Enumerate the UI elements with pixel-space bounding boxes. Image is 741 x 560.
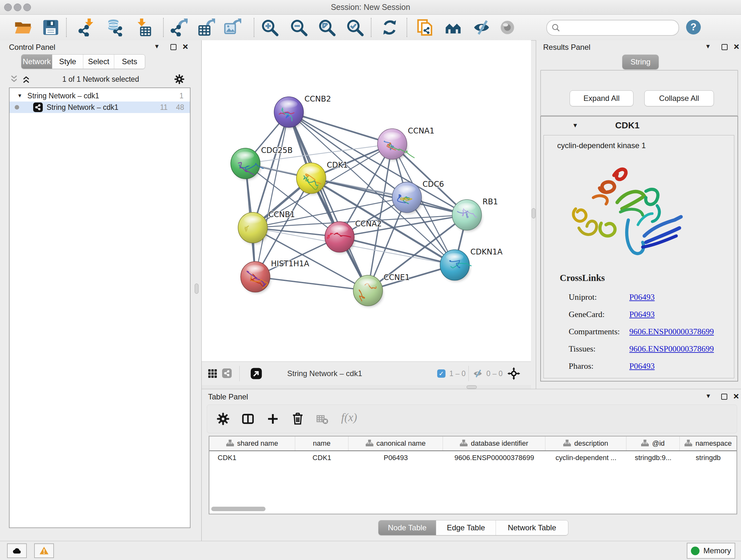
help-button[interactable]: ? — [686, 20, 701, 35]
hide-selected-button[interactable] — [473, 18, 490, 37]
panel-menu-icon[interactable]: ▾ — [706, 392, 710, 400]
horizontal-scrollbar-thumb[interactable] — [211, 507, 266, 511]
horizontal-divider[interactable] — [202, 385, 531, 389]
tab-network-table[interactable]: Network Table — [495, 520, 568, 535]
column-header-canonical-name[interactable]: canonical name — [348, 436, 443, 450]
search-input[interactable] — [563, 22, 673, 33]
network-node-RB1[interactable]: RB1 — [452, 197, 498, 231]
tab-select[interactable]: Select — [83, 55, 114, 69]
tab-string[interactable]: String — [622, 55, 659, 69]
network-node-CCNA2[interactable]: CCNA2 — [325, 219, 382, 253]
selected-checkbox-icon[interactable]: ✓ — [437, 369, 446, 378]
entry-header[interactable]: ▼ CDK1 — [541, 117, 738, 134]
network-collection-row[interactable]: ▼ String Network – cdk1 1 — [10, 90, 190, 102]
delete-column-icon[interactable] — [291, 413, 304, 425]
table-row[interactable]: CDK1 CDK1 P06493 9606.ENSP00000378699 cy… — [209, 451, 737, 464]
tab-sets[interactable]: Sets — [114, 55, 145, 69]
zoom-in-button[interactable] — [261, 18, 279, 37]
network-node-CDC25B[interactable]: CDC25B — [231, 146, 293, 180]
show-hidden-button[interactable] — [498, 18, 516, 37]
tree-icon — [684, 440, 692, 447]
panel-close-icon[interactable]: × — [183, 43, 188, 51]
table-header-row: shared name name canonical name database… — [209, 436, 737, 451]
split-columns-icon[interactable] — [242, 413, 254, 425]
gear-icon[interactable] — [217, 413, 229, 425]
crosslink-link[interactable]: 9606.ENSP00000378699 — [629, 327, 714, 336]
column-header-database-identifier[interactable]: database identifier — [443, 436, 545, 450]
network-badge-icon[interactable] — [222, 368, 232, 378]
expand-all-button[interactable]: Expand All — [569, 90, 633, 106]
network-node-CDKN1A[interactable]: CDKN1A — [440, 247, 502, 281]
cell-name[interactable]: CDK1 — [295, 454, 348, 462]
tab-edge-table[interactable]: Edge Table — [436, 520, 495, 535]
crosslink-link[interactable]: 9606.ENSP00000378699 — [629, 344, 714, 354]
zoom-out-button[interactable] — [290, 18, 308, 37]
zoom-selected-button[interactable] — [346, 18, 364, 37]
tab-network[interactable]: Network — [21, 55, 52, 69]
triangle-down-icon[interactable]: ▼ — [572, 122, 578, 129]
left-divider-grip[interactable] — [195, 284, 199, 294]
column-header-description[interactable]: description — [545, 436, 626, 450]
column-header-namespace[interactable]: namespace — [680, 436, 737, 450]
node-label: CCNE1 — [384, 273, 410, 282]
divider-grip[interactable] — [467, 385, 477, 389]
import-table-file-button[interactable] — [134, 18, 151, 37]
crosslink-link[interactable]: P06493 — [629, 310, 655, 319]
new-network-from-selection-button[interactable] — [416, 18, 434, 37]
cell-database-identifier[interactable]: 9606.ENSP00000378699 — [443, 454, 545, 462]
birdseye-icon[interactable] — [250, 368, 262, 380]
crosslink-link[interactable]: P06493 — [629, 361, 655, 371]
open-session-button[interactable] — [14, 18, 32, 37]
network-node-CDK1[interactable]: CDK1 — [296, 161, 348, 194]
tab-style[interactable]: Style — [52, 55, 83, 69]
warnings-button[interactable] — [34, 543, 54, 558]
export-table-button[interactable] — [197, 18, 215, 37]
node-table[interactable]: shared name name canonical name database… — [209, 436, 737, 514]
import-network-file-button[interactable] — [77, 18, 95, 37]
gear-icon[interactable] — [174, 74, 185, 84]
panel-close-icon[interactable]: × — [733, 392, 739, 400]
add-column-icon[interactable] — [266, 413, 279, 425]
cell-id[interactable]: stringdb:9... — [626, 454, 680, 462]
network-node-CCNE1[interactable]: CCNE1 — [353, 273, 410, 307]
collapse-all-button[interactable]: Collapse All — [644, 90, 714, 106]
zoom-out-icon — [290, 18, 308, 37]
cell-description[interactable]: cyclin-dependent ... — [545, 454, 626, 462]
column-header-shared-name[interactable]: shared name — [209, 436, 295, 450]
right-divider-grip[interactable] — [532, 208, 536, 219]
title-bar: Session: New Session — [0, 0, 741, 15]
panel-menu-icon[interactable]: ▾ — [155, 42, 158, 51]
panel-float-icon[interactable] — [722, 44, 728, 50]
entry-description: cyclin-dependent kinase 1 — [557, 141, 646, 150]
pan-crosshair-icon[interactable] — [508, 367, 520, 380]
selected-count: 1 – 0 — [449, 369, 466, 378]
network-node-HIST1H1A[interactable]: HIST1H1A — [241, 259, 310, 293]
zoom-fit-button[interactable] — [318, 18, 336, 37]
column-header-name[interactable]: name — [295, 436, 348, 450]
save-session-button[interactable] — [42, 18, 60, 37]
tab-node-table[interactable]: Node Table — [379, 520, 436, 535]
export-network-button[interactable] — [170, 18, 188, 37]
import-network-database-button[interactable] — [106, 18, 124, 37]
cell-namespace[interactable]: stringdb — [680, 454, 737, 462]
hidden-eye-slash-icon[interactable] — [473, 369, 482, 378]
cloud-button[interactable] — [7, 543, 27, 558]
column-header-id[interactable]: @id — [626, 436, 680, 450]
grid-view-icon[interactable] — [207, 368, 218, 379]
export-image-button[interactable] — [223, 18, 241, 37]
panel-float-icon[interactable] — [721, 394, 727, 400]
triangle-down-icon[interactable]: ▼ — [17, 93, 22, 99]
network-row-selected[interactable]: String Network – cdk1 11 48 — [10, 102, 190, 113]
first-neighbors-button[interactable] — [444, 18, 462, 37]
panel-close-icon[interactable]: × — [734, 43, 739, 51]
panel-menu-icon[interactable]: ▾ — [706, 42, 710, 51]
refresh-button[interactable] — [381, 18, 399, 37]
memory-button[interactable]: Memory — [687, 543, 735, 559]
cell-shared-name[interactable]: CDK1 — [209, 454, 295, 462]
network-graph[interactable]: CCNB2CCNA1CDC25BCDK1CDC6RB1CCNB1CCNA2CDK… — [202, 40, 531, 361]
cell-canonical-name[interactable]: P06493 — [348, 454, 443, 462]
network-canvas[interactable]: CCNB2CCNA1CDC25BCDK1CDC6RB1CCNB1CCNA2CDK… — [202, 40, 531, 361]
panel-float-icon[interactable] — [171, 44, 177, 50]
crosslink-link[interactable]: P06493 — [629, 293, 655, 302]
network-node-CCNA1[interactable]: CCNA1 — [378, 126, 434, 160]
